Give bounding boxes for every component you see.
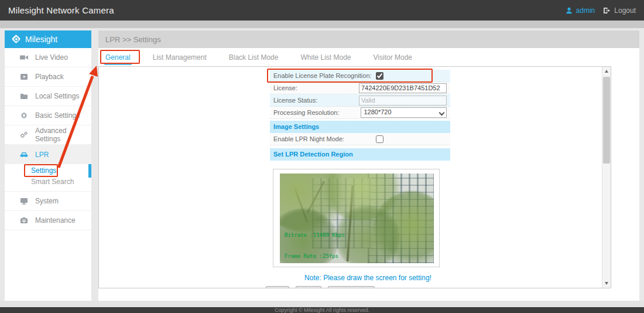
- camera-preview[interactable]: Bitrate :11409 Kbps Frame Rate :25fps Re…: [280, 173, 434, 263]
- sidebar-item-live-video[interactable]: Live Video: [5, 48, 91, 67]
- settings-panel: Enable License Plate Recognition: Licens…: [98, 66, 611, 288]
- sidebar-item-system[interactable]: System: [5, 192, 91, 211]
- logout-label: Logout: [614, 6, 636, 15]
- scrollbar-thumb[interactable]: [603, 77, 610, 164]
- gears-icon: [20, 131, 28, 138]
- milesight-logo-icon: [12, 35, 21, 44]
- top-bar: Milesight Network Camera admin Logout: [0, 0, 644, 21]
- playback-icon: [20, 73, 28, 80]
- scroll-up-button[interactable]: [602, 67, 611, 76]
- enable-lpr-checkbox[interactable]: [376, 72, 383, 80]
- brand-header: Milesight: [5, 30, 91, 48]
- license-input[interactable]: [359, 83, 447, 93]
- sidebar-item-maintenance[interactable]: Maintenance: [5, 211, 91, 230]
- osd-framerate: Frame Rate :25fps: [285, 253, 351, 260]
- sidebar-subitem-smart-search[interactable]: Smart Search: [5, 176, 91, 188]
- settings-form: Enable License Plate Recognition: Licens…: [270, 70, 450, 161]
- user-name: admin: [576, 6, 595, 15]
- night-mode-label: Enable LPR Night Mode:: [273, 135, 376, 142]
- folder-icon: [20, 93, 28, 100]
- tab-general[interactable]: General: [104, 50, 132, 65]
- region-button[interactable]: [266, 286, 289, 288]
- night-mode-checkbox[interactable]: [376, 135, 383, 143]
- row-night-mode: Enable LPR Night Mode:: [270, 133, 450, 145]
- user-icon: [565, 7, 573, 14]
- license-status-input: [359, 96, 447, 106]
- selected-resolution: 1280*720: [364, 108, 391, 115]
- sidebar-item-advanced-settings[interactable]: Advanced Settings: [5, 125, 91, 145]
- processing-resolution-label: Processing Resolution:: [273, 109, 361, 116]
- sidebar-nav: Live Video Playback Local Settings Basic…: [5, 48, 91, 230]
- row-license-status: License Status:: [270, 94, 450, 107]
- enable-lpr-label: Enable License Plate Recognition:: [273, 72, 376, 79]
- gear-icon: [20, 112, 28, 119]
- user-menu[interactable]: admin: [565, 6, 595, 15]
- lpr-subnav: Settings Smart Search: [5, 164, 91, 192]
- footer-strip: [0, 301, 644, 307]
- sidebar-item-playback[interactable]: Playback: [5, 67, 91, 87]
- sidebar-item-local-settings[interactable]: Local Settings: [5, 87, 91, 106]
- app-title: Milesight Network Camera: [8, 5, 114, 15]
- sidebar-item-label: System: [35, 197, 59, 205]
- region-button[interactable]: [296, 286, 321, 288]
- draw-screen-note: Note: Please draw the screen for setting…: [270, 274, 466, 282]
- region-button[interactable]: [328, 286, 375, 288]
- content-area: LPR >> Settings General List Management …: [98, 30, 639, 301]
- detection-region-section-header: Set LPR Detection Region: [270, 148, 450, 161]
- sidebar-item-label: LPR: [35, 151, 49, 159]
- topbar-substrip: [0, 21, 644, 28]
- sidebar-item-label: Local Settings: [35, 92, 79, 100]
- sidebar-item-label: Live Video: [35, 53, 68, 62]
- active-indicator-bar: [88, 164, 91, 178]
- sidebar: Milesight Live Video Playback Local Sett…: [5, 30, 91, 301]
- row-license: License:: [270, 82, 450, 94]
- subitem-label: Smart Search: [31, 178, 74, 186]
- stream-osd-overlay: Bitrate :11409 Kbps Frame Rate :25fps Re…: [285, 217, 351, 263]
- logout-button[interactable]: Logout: [603, 6, 636, 15]
- monitor-icon: [20, 198, 28, 205]
- sidebar-item-lpr[interactable]: LPR: [5, 145, 91, 164]
- sidebar-item-label: Basic Settings: [35, 111, 80, 120]
- row-enable-lpr: Enable License Plate Recognition:: [270, 70, 450, 82]
- detection-region-container: Bitrate :11409 Kbps Frame Rate :25fps Re…: [273, 169, 440, 267]
- subitem-label: Settings: [31, 166, 56, 175]
- breadcrumb-bar: LPR >> Settings: [98, 30, 639, 48]
- tab-list-management[interactable]: List Management: [152, 50, 208, 65]
- video-camera-icon: [20, 54, 28, 61]
- logout-icon: [603, 7, 611, 14]
- tab-visitor-mode[interactable]: Visitor Mode: [372, 50, 413, 65]
- region-buttons-row: [266, 286, 375, 288]
- copyright-text: Copyright © Milesight All rights reserve…: [275, 307, 369, 313]
- row-processing-resolution: Processing Resolution: 1280*720: [270, 107, 450, 119]
- tab-white-list-mode[interactable]: White List Mode: [299, 50, 352, 65]
- camera-tool-icon: [20, 217, 28, 224]
- tab-bar: General List Management Black List Mode …: [98, 48, 639, 66]
- topbar-right: admin Logout: [565, 6, 636, 15]
- sidebar-subitem-settings[interactable]: Settings: [5, 165, 91, 176]
- sidebar-item-label: Advanced Settings: [35, 127, 91, 143]
- chevron-down-icon: [440, 111, 444, 115]
- license-status-label: License Status:: [273, 97, 359, 104]
- osd-bitrate: Bitrate :11409 Kbps: [285, 232, 351, 239]
- sidebar-item-label: Playback: [35, 73, 64, 81]
- tab-black-list-mode[interactable]: Black List Mode: [228, 50, 280, 65]
- sidebar-item-label: Maintenance: [35, 216, 76, 224]
- footer-bar: Copyright © Milesight All rights reserve…: [0, 307, 644, 313]
- lpr-settings-page: { "topbar": { "title": "Milesight Networ…: [0, 0, 644, 313]
- license-label: License:: [273, 84, 359, 91]
- scroll-down-button[interactable]: [602, 279, 611, 288]
- brand-name: Milesight: [25, 35, 57, 44]
- breadcrumb: LPR >> Settings: [105, 35, 161, 44]
- processing-resolution-select[interactable]: 1280*720: [361, 107, 447, 118]
- sidebar-item-basic-settings[interactable]: Basic Settings: [5, 106, 91, 125]
- image-settings-section-header: Image Settings: [270, 121, 450, 133]
- car-icon: [20, 151, 28, 158]
- vertical-scrollbar[interactable]: [602, 67, 611, 288]
